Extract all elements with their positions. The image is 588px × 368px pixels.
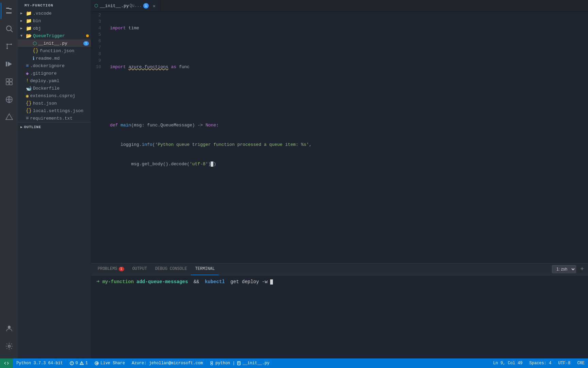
azure-activity-icon[interactable] xyxy=(1,109,17,125)
svg-rect-6 xyxy=(6,62,7,66)
terminal-prompt: ➜ my-function add-queue-messages && kube… xyxy=(96,278,583,286)
panel-tab-terminal[interactable]: TERMINAL xyxy=(191,263,219,275)
panel-tab-label: PROBLEMS xyxy=(98,266,117,271)
source-control-activity-icon[interactable] xyxy=(1,38,17,55)
extensions-activity-icon[interactable] xyxy=(1,74,17,90)
folder-open-icon: 📂 xyxy=(26,33,32,39)
sidebar-item-label: requirements.txt xyxy=(30,116,91,121)
sidebar-item-queuetrigger[interactable]: ▼ 📂 QueueTrigger xyxy=(18,32,91,40)
status-python-env[interactable]: python | __init__.py xyxy=(206,358,273,368)
account-activity-icon[interactable] xyxy=(1,320,17,337)
sidebar-item-init-py[interactable]: ▶ ⬡ __init__.py 1 xyxy=(18,40,91,47)
sidebar-item-label: extensions.csproj xyxy=(30,93,91,98)
sidebar-item-local-settings[interactable]: ▶ {} local.settings.json xyxy=(18,107,91,114)
status-label: UTF-8 xyxy=(558,361,570,366)
status-cre[interactable]: CRE xyxy=(574,358,588,368)
sidebar-item-label: obj xyxy=(33,26,91,31)
sidebar-item-obj[interactable]: ▶ 📁 obj xyxy=(18,25,91,32)
code-line-6 xyxy=(110,103,588,109)
svg-point-3 xyxy=(11,44,12,45)
tab-badge: 1 xyxy=(143,3,149,9)
code-line-8: logging.info('Python queue trigger funct… xyxy=(110,141,588,148)
sidebar-item-host-json[interactable]: ▶ {} host.json xyxy=(18,99,91,107)
sidebar-item-bin[interactable]: ▶ 📁 bin xyxy=(18,17,91,25)
svg-rect-8 xyxy=(10,79,12,81)
activity-bar xyxy=(0,0,18,358)
terminal-subcommand: get deploy -w xyxy=(228,278,268,286)
braces-icon: {} xyxy=(26,108,32,113)
modified-dot xyxy=(86,34,89,37)
sidebar-item-requirements[interactable]: ▶ ≡ requirements.txt xyxy=(18,114,91,122)
sidebar: MY-FUNCTION ▶ 📁 .vscode ▶ 📁 bin ▶ 📁 obj … xyxy=(18,0,91,358)
code-line-5 xyxy=(110,83,588,90)
live-share-icon xyxy=(95,361,99,365)
sidebar-item-deploy-yaml[interactable]: ▶ ! deploy.yaml xyxy=(18,77,91,85)
status-encoding[interactable]: UTF-8 xyxy=(555,358,574,368)
svg-point-2 xyxy=(6,48,8,49)
json-file-icon: {} xyxy=(33,48,38,53)
status-remote[interactable] xyxy=(0,358,13,368)
svg-point-18 xyxy=(71,364,72,365)
svg-point-4 xyxy=(6,44,8,45)
status-errors[interactable]: 0 1 xyxy=(66,358,91,368)
docker-icon: 🐋 xyxy=(26,86,32,91)
sidebar-item-function-json[interactable]: ▶ {} function.json xyxy=(18,47,91,55)
outline-label: OUTLINE xyxy=(24,125,41,129)
list-icon: ≡ xyxy=(26,116,29,121)
arrow-icon: ▶ xyxy=(20,19,26,23)
terminal-function-name: my-function xyxy=(102,278,134,286)
folder-icon: 📁 xyxy=(26,18,32,24)
sidebar-item-vscode[interactable]: ▶ 📁 .vscode xyxy=(18,10,91,17)
svg-point-0 xyxy=(6,26,11,31)
sidebar-item-readme[interactable]: ▶ ℹ readme.md xyxy=(18,55,91,62)
status-live-share[interactable]: Live Share xyxy=(91,358,128,368)
panel-tab-label: DEBUG CONSOLE xyxy=(155,266,187,271)
panel-tab-problems[interactable]: PROBLEMS 1 xyxy=(94,263,128,275)
rss-icon: ◉ xyxy=(26,93,29,99)
terminal-content[interactable]: ➜ my-function add-queue-messages && kube… xyxy=(91,275,588,358)
tab-init-py[interactable]: ⬡ __init__.py Qu... 1 ✕ xyxy=(91,0,161,12)
code-content[interactable]: import time import azure.functions as fu… xyxy=(104,12,588,263)
files-activity-icon[interactable] xyxy=(1,3,17,19)
sidebar-item-gitignore[interactable]: ▶ ◆ .gitignore xyxy=(18,70,91,77)
debug-activity-icon[interactable] xyxy=(1,56,17,72)
svg-point-14 xyxy=(8,326,11,328)
code-area: 2 3 4 5 6 7 8 9 10 import time import az… xyxy=(91,12,588,263)
panel-tab-debug-console[interactable]: DEBUG CONSOLE xyxy=(151,263,191,275)
status-bar-left: Python 3.7.3 64-bit 0 1 Live Share Azure… xyxy=(0,358,273,368)
settings-activity-icon[interactable] xyxy=(1,338,17,354)
braces-icon: {} xyxy=(26,101,32,106)
code-line-4: import azure.functions as func xyxy=(110,64,588,70)
code-line-3 xyxy=(110,44,588,51)
file-status-icon xyxy=(237,361,241,365)
tab-close-button[interactable]: ✕ xyxy=(151,3,157,9)
remote-activity-icon[interactable] xyxy=(1,91,17,108)
sidebar-item-dockerfile[interactable]: ▶ 🐋 Dockerfile xyxy=(18,85,91,92)
panel-tab-output[interactable]: OUTPUT xyxy=(128,263,151,275)
warning-icon: ! xyxy=(26,78,29,83)
terminal-selector[interactable]: 1: zsh xyxy=(552,265,576,273)
status-position[interactable]: Ln 9, Col 49 xyxy=(490,358,526,368)
sidebar-item-extensions-csproj[interactable]: ▶ ◉ extensions.csproj xyxy=(18,92,91,99)
status-label: __init__.py xyxy=(243,361,270,366)
info-icon: ℹ xyxy=(33,56,34,61)
status-label: Azure: jehollan@microsoft.com xyxy=(132,361,203,366)
tab-bar: ⬡ __init__.py Qu... 1 ✕ xyxy=(91,0,588,12)
terminal-add-button[interactable]: + xyxy=(579,266,585,273)
search-activity-icon[interactable] xyxy=(1,20,17,37)
status-python-version[interactable]: Python 3.7.3 64-bit xyxy=(13,358,66,368)
svg-line-1 xyxy=(11,30,13,32)
sidebar-item-dockerignore[interactable]: ▶ ≡ .dockerignore xyxy=(18,62,91,70)
sidebar-item-label: .dockerignore xyxy=(30,63,91,68)
svg-point-21 xyxy=(81,364,82,364)
svg-rect-7 xyxy=(6,79,9,81)
panel-tab-label: TERMINAL xyxy=(195,266,215,271)
outline-header[interactable]: ▶ OUTLINE xyxy=(18,124,91,130)
remote-status-icon xyxy=(4,361,9,366)
status-label: Live Share xyxy=(100,361,125,366)
error-count: 0 xyxy=(76,361,78,366)
status-azure[interactable]: Azure: jehollan@microsoft.com xyxy=(128,358,206,368)
code-line-10 xyxy=(110,180,588,187)
line-numbers: 2 3 4 5 6 7 8 9 10 xyxy=(91,12,104,263)
status-spaces[interactable]: Spaces: 4 xyxy=(526,358,555,368)
